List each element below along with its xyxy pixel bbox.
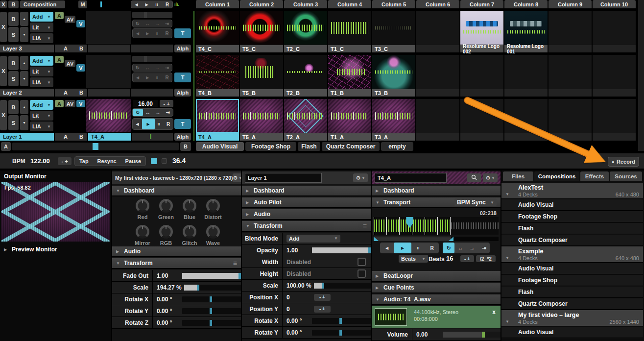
pingpong-icon[interactable]: ↔: [143, 65, 152, 71]
beat-snap-toggle[interactable]: [162, 158, 167, 164]
play-once-icon[interactable]: →: [152, 65, 162, 71]
audio-thumbnail[interactable]: [375, 308, 407, 326]
record-button[interactable]: ● Record: [608, 157, 639, 167]
composition-gear-button[interactable]: ⚙▼: [233, 173, 241, 182]
layer-name[interactable]: Layer 3: [0, 45, 54, 52]
rotate-x-slider[interactable]: [312, 318, 371, 324]
clip-cell[interactable]: T3_B: [372, 55, 415, 97]
loop-icon[interactable]: ↻: [133, 65, 143, 71]
clip-cell[interactable]: T5_B: [240, 55, 283, 97]
width-checkbox[interactable]: [358, 258, 366, 266]
comp-record-button[interactable]: R: [162, 2, 172, 7]
section-audio[interactable]: ▶ Audio: [112, 246, 241, 257]
trigger-video-button[interactable]: V: [76, 100, 85, 107]
rotate-x-slider[interactable]: [182, 296, 241, 302]
layer-clear-button[interactable]: X: [0, 100, 7, 130]
clip-cell[interactable]: T4_B: [196, 55, 239, 97]
column-header[interactable]: Column 6: [416, 0, 459, 8]
assign-a-button[interactable]: A: [64, 90, 68, 96]
dashboard-knob[interactable]: Blue: [178, 199, 201, 220]
hold-end-icon[interactable]: ⇥: [163, 110, 173, 115]
crossfader-a-button[interactable]: A: [1, 142, 11, 151]
clip-cell[interactable]: T1_C: [328, 11, 371, 52]
metronome-toggle[interactable]: [151, 158, 157, 164]
pingpong-icon[interactable]: ↔: [454, 245, 466, 251]
comp-play-button[interactable]: ▶: [142, 2, 152, 7]
play-icon[interactable]: ▶: [394, 243, 411, 253]
play-once-icon[interactable]: →: [153, 110, 163, 115]
blend-param-dropdown[interactable]: Lit▼: [30, 23, 53, 32]
layer-name-input[interactable]: Layer 1: [245, 173, 322, 183]
knob-icon[interactable]: [159, 225, 173, 239]
empty-clip-cell[interactable]: [460, 55, 503, 97]
clip-gear-button[interactable]: ⚙▼: [483, 173, 498, 182]
section-dashboard[interactable]: ▼ Dashboard: [112, 186, 241, 196]
composition-button[interactable]: Composition: [20, 0, 65, 8]
rotate-z-slider[interactable]: [182, 320, 241, 326]
clip-progress-bar[interactable]: [132, 56, 172, 62]
fadeout-slider[interactable]: [182, 273, 241, 279]
deck-tab[interactable]: Footage Shop: [245, 142, 296, 151]
thumbnail-toggle-button[interactable]: T: [174, 73, 191, 82]
empty-clip-cell[interactable]: [549, 11, 592, 52]
preview-monitor-header[interactable]: ▶ Preview Monitor: [0, 244, 111, 255]
assign-b-button[interactable]: B: [79, 134, 83, 140]
layer-up-button[interactable]: ▲: [20, 56, 28, 70]
trigger-audio-button[interactable]: A: [55, 12, 64, 19]
blend-param-dropdown[interactable]: LIA▼: [30, 77, 53, 87]
layer-solo-button[interactable]: S: [8, 71, 19, 86]
thumbnail-toggle-button[interactable]: T: [174, 28, 191, 38]
clip-cell-selected[interactable]: T4_A: [196, 99, 239, 141]
section-cuepoints[interactable]: ▶Cue Points: [372, 283, 501, 293]
expand-icon[interactable]: ▼: [505, 192, 510, 196]
empty-clip-cell[interactable]: [416, 11, 459, 52]
section-transform[interactable]: ▼ Transform ≡: [112, 258, 241, 269]
position-x-minus-plus[interactable]: - +: [314, 294, 331, 301]
loop-icon[interactable]: ↻: [133, 109, 143, 116]
play-once-icon[interactable]: →: [152, 21, 162, 26]
half-button[interactable]: /2: [480, 256, 484, 262]
clip-cell[interactable]: T2_A: [284, 99, 327, 141]
deck-tab[interactable]: Quartz Composer: [322, 142, 380, 151]
composition-clear-button[interactable]: X: [0, 0, 7, 8]
alpha-button[interactable]: Alph: [174, 89, 191, 97]
layer-down-button[interactable]: ▼: [20, 27, 28, 42]
prev-icon[interactable]: ◀: [133, 31, 143, 36]
clip-waveform[interactable]: [374, 217, 499, 235]
beats-minus-plus[interactable]: - +: [460, 255, 474, 262]
assign-a-button[interactable]: A: [64, 46, 68, 51]
height-checkbox[interactable]: [358, 269, 366, 278]
clip-cell[interactable]: T3_A: [372, 99, 415, 141]
deck-list-item[interactable]: Quartz Composer: [501, 235, 643, 246]
layer-solo-button[interactable]: S: [8, 27, 19, 42]
empty-clip-cell[interactable]: [416, 55, 459, 97]
alpha-button[interactable]: Alph: [174, 133, 191, 141]
assign-a-button[interactable]: A: [64, 134, 68, 140]
expand-icon[interactable]: ▼: [505, 319, 510, 324]
deck-list-item[interactable]: Audio Visual: [501, 327, 643, 338]
clip-cell[interactable]: T4_C: [196, 11, 239, 52]
prev-icon[interactable]: ◀: [133, 122, 142, 126]
hamburger-icon[interactable]: ≡: [363, 222, 367, 230]
beats-value[interactable]: 16: [446, 255, 453, 262]
dashboard-knob[interactable]: Distort: [201, 199, 225, 220]
scale-slider[interactable]: [184, 285, 241, 291]
empty-clip-cell[interactable]: [593, 99, 636, 141]
clip-cell[interactable]: Resolume Logo 002: [460, 11, 503, 52]
comp-prev-button[interactable]: ◀: [131, 2, 142, 7]
empty-clip-cell[interactable]: [549, 55, 592, 97]
beat-length-minus-plus[interactable]: - +: [160, 100, 173, 107]
double-button[interactable]: *2: [487, 256, 491, 262]
pause-icon[interactable]: II: [155, 122, 164, 126]
loop-icon[interactable]: ↻: [443, 243, 454, 253]
beat-length-display[interactable]: 16.00: [133, 100, 158, 107]
play-icon[interactable]: ▶: [143, 31, 152, 36]
section-dashboard[interactable]: ▶Dashboard: [242, 186, 371, 196]
knob-icon[interactable]: [183, 199, 196, 213]
layer-clear-button[interactable]: X: [0, 12, 7, 42]
column-header[interactable]: Column 8: [504, 0, 548, 8]
trigger-av-button[interactable]: AV: [65, 100, 75, 107]
column-header[interactable]: Column 7: [460, 0, 503, 8]
column-header[interactable]: Column 4: [328, 0, 371, 8]
blend-param-dropdown[interactable]: Lit▼: [30, 67, 53, 76]
